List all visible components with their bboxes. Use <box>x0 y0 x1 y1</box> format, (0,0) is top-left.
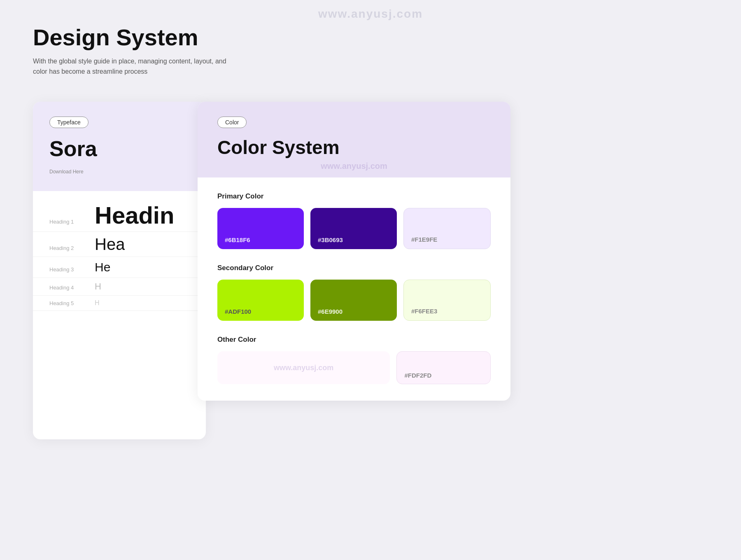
color-header: Color Color System www.anyusj.com <box>198 102 510 178</box>
swatch-label-fdf2fd: #FDF2FD <box>404 372 431 379</box>
swatch-label-adf100: #ADF100 <box>225 308 251 315</box>
other-color-title: Other Color <box>217 336 491 344</box>
watermark: www.anyusj.com <box>318 7 423 21</box>
swatch-label-f6fee3: #F6FEE3 <box>411 308 437 315</box>
color-header-watermark: www.anyusj.com <box>321 161 387 171</box>
secondary-color-title: Secondary Color <box>217 264 491 272</box>
heading-text-1: Headin <box>95 203 174 227</box>
cards-container: Typeface Sora Download Here Heading 1 He… <box>33 102 708 439</box>
color-system-title: Color System <box>217 137 491 158</box>
swatch-label-f1e9fe: #F1E9FE <box>411 236 437 243</box>
color-card: Color Color System www.anyusj.com Primar… <box>198 102 510 401</box>
other-color-swatches: www.anyusj.com #FDF2FD <box>217 351 491 384</box>
heading-label-1: Heading 1 <box>49 219 86 225</box>
swatch-f1e9fe: #F1E9FE <box>403 208 491 249</box>
page-subtitle: With the global style guide in place, ma… <box>33 56 231 77</box>
typeface-badge: Typeface <box>49 117 89 128</box>
typeface-card: Typeface Sora Download Here Heading 1 He… <box>33 102 206 439</box>
heading-label-4: Heading 4 <box>49 285 86 291</box>
color-badge: Color <box>217 117 247 128</box>
heading-row-2: Heading 2 Hea <box>33 232 206 257</box>
heading-label-2: Heading 2 <box>49 245 86 251</box>
heading-text-4: H <box>95 282 101 291</box>
heading-label-3: Heading 3 <box>49 266 86 273</box>
other-color-watermark: www.anyusj.com <box>274 364 333 372</box>
other-color-watermark-area: www.anyusj.com <box>217 351 390 384</box>
primary-color-title: Primary Color <box>217 192 491 201</box>
swatch-adf100: #ADF100 <box>217 280 304 321</box>
heading-row-5: Heading 5 H <box>33 296 206 311</box>
typeface-header: Typeface Sora Download Here <box>33 102 206 191</box>
heading-text-3: He <box>95 261 110 273</box>
heading-row-1: Heading 1 Headin <box>33 199 206 232</box>
swatch-label-3b0693: #3B0693 <box>318 236 343 243</box>
swatch-6e9900: #6E9900 <box>310 280 397 321</box>
swatch-3b0693: #3B0693 <box>310 208 397 249</box>
page-title: Design System <box>33 25 708 50</box>
headings-section: Heading 1 Headin Heading 2 Hea Heading 3… <box>33 191 206 311</box>
primary-color-swatches: #6B18F6 #3B0693 #F1E9FE <box>217 208 491 249</box>
swatch-label-6b18f6: #6B18F6 <box>225 236 250 243</box>
page-header: Design System With the global style guid… <box>33 25 708 77</box>
heading-label-5: Heading 5 <box>49 300 86 306</box>
swatch-f6fee3: #F6FEE3 <box>403 280 491 321</box>
download-link[interactable]: Download Here <box>49 169 189 175</box>
font-name: Sora <box>49 137 189 161</box>
heading-text-5: H <box>95 300 100 306</box>
secondary-color-swatches: #ADF100 #6E9900 #F6FEE3 <box>217 280 491 321</box>
heading-text-2: Hea <box>95 236 125 252</box>
swatch-6b18f6: #6B18F6 <box>217 208 304 249</box>
swatch-label-6e9900: #6E9900 <box>318 308 343 315</box>
heading-row-3: Heading 3 He <box>33 257 206 278</box>
swatch-fdf2fd: #FDF2FD <box>396 351 491 384</box>
heading-row-4: Heading 4 H <box>33 278 206 296</box>
color-content: Primary Color #6B18F6 #3B0693 #F1E9FE Se… <box>198 177 510 401</box>
